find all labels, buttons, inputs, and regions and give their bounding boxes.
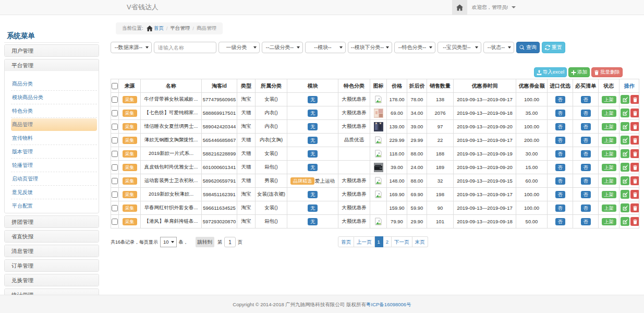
- item-type-select[interactable]: --宝贝类型--: [438, 42, 481, 53]
- pager-button[interactable]: 下一页: [392, 236, 412, 247]
- jump-to-button[interactable]: 跳转到: [196, 237, 215, 247]
- edit-button[interactable]: [621, 176, 629, 185]
- edit-button[interactable]: [621, 136, 629, 145]
- status-toggle[interactable]: 上架: [602, 177, 616, 185]
- sidebar-item[interactable]: 统计管理: [5, 289, 99, 295]
- delete-button[interactable]: [630, 122, 639, 131]
- pager-button[interactable]: 首页: [338, 236, 354, 247]
- row-checkbox[interactable]: [112, 178, 118, 184]
- module-select[interactable]: --模块--: [305, 42, 346, 53]
- must-buy-toggle[interactable]: 否: [581, 177, 591, 185]
- row-checkbox[interactable]: [112, 97, 118, 103]
- sidebar-item[interactable]: 拼团管理: [5, 216, 99, 227]
- batch-delete-button[interactable]: 批量删除: [591, 67, 623, 77]
- breadcrumb-home-link[interactable]: 首页: [154, 25, 164, 32]
- home-nav-button[interactable]: [452, 0, 467, 15]
- edit-button[interactable]: [621, 149, 629, 158]
- sidebar-subitem[interactable]: 平台配置: [11, 199, 97, 213]
- edit-button[interactable]: [621, 122, 629, 131]
- sidebar-subitem[interactable]: 版本管理: [11, 145, 97, 159]
- imported-toggle[interactable]: 否: [555, 177, 565, 185]
- sidebar-subitem[interactable]: 特色分类: [11, 104, 97, 118]
- level1-category-select[interactable]: 一级分类: [218, 42, 260, 53]
- delete-button[interactable]: [630, 109, 639, 117]
- search-button[interactable]: 查询: [516, 42, 540, 53]
- row-checkbox[interactable]: [112, 219, 118, 225]
- row-checkbox[interactable]: [112, 191, 118, 198]
- sidebar-subitem[interactable]: 宣传物料: [11, 131, 97, 145]
- sidebar-subitem[interactable]: 模块商品分类: [11, 91, 97, 104]
- delete-button[interactable]: [630, 149, 639, 158]
- import-excel-button[interactable]: 导入excel: [534, 67, 567, 77]
- sidebar-item[interactable]: 平台管理: [5, 59, 99, 71]
- row-checkbox[interactable]: [112, 164, 118, 171]
- delete-button[interactable]: [630, 217, 639, 226]
- select-all-checkbox[interactable]: [112, 83, 118, 89]
- sidebar-item[interactable]: 用户管理: [5, 45, 99, 56]
- status-toggle[interactable]: 上架: [602, 96, 616, 103]
- status-toggle[interactable]: 上架: [602, 204, 616, 212]
- imported-toggle[interactable]: 否: [555, 150, 565, 158]
- status-toggle[interactable]: 上架: [602, 123, 616, 130]
- status-toggle[interactable]: 上架: [602, 164, 616, 171]
- delete-button[interactable]: [630, 95, 639, 104]
- delete-button[interactable]: [630, 190, 639, 199]
- add-button[interactable]: 添加: [568, 67, 590, 77]
- sidebar-subitem[interactable]: 启动页管理: [11, 172, 97, 186]
- reset-button[interactable]: 重置: [542, 42, 565, 53]
- icp-link[interactable]: 粤ICP备16098006号: [366, 302, 411, 307]
- must-buy-toggle[interactable]: 否: [581, 110, 591, 117]
- delete-button[interactable]: [630, 163, 639, 172]
- row-checkbox[interactable]: [112, 137, 118, 143]
- sidebar-subitem[interactable]: 商品管理: [11, 118, 97, 131]
- edit-button[interactable]: [621, 203, 629, 212]
- sidebar-item[interactable]: 兑换管理: [5, 274, 99, 286]
- must-buy-toggle[interactable]: 否: [581, 150, 591, 158]
- must-buy-toggle[interactable]: 否: [581, 164, 591, 171]
- status-select[interactable]: --状态--: [483, 42, 514, 53]
- delete-button[interactable]: [630, 176, 639, 185]
- sidebar-item[interactable]: 省直快报: [5, 231, 99, 242]
- feature-category-select[interactable]: --特色分类--: [394, 42, 435, 53]
- edit-button[interactable]: [621, 217, 629, 226]
- row-checkbox[interactable]: [112, 205, 118, 211]
- delete-button[interactable]: [630, 203, 639, 212]
- status-toggle[interactable]: 上架: [602, 150, 616, 158]
- pager-button[interactable]: 2: [383, 236, 392, 247]
- must-buy-toggle[interactable]: 否: [581, 123, 591, 130]
- status-toggle[interactable]: 上架: [602, 191, 616, 198]
- delete-button[interactable]: [630, 136, 639, 145]
- imported-toggle[interactable]: 否: [555, 110, 565, 117]
- module-subcategory-select[interactable]: --模块下分类--: [348, 42, 392, 53]
- page-size-select[interactable]: 10: [160, 237, 177, 247]
- sidebar-item[interactable]: 消息管理: [5, 245, 99, 257]
- must-buy-toggle[interactable]: 否: [581, 218, 591, 225]
- imported-toggle[interactable]: 否: [555, 164, 565, 171]
- pager-button[interactable]: 上一页: [354, 236, 375, 247]
- pager-button[interactable]: 1: [375, 236, 383, 247]
- imported-toggle[interactable]: 否: [555, 137, 565, 144]
- row-checkbox[interactable]: [112, 110, 118, 116]
- imported-toggle[interactable]: 否: [555, 123, 565, 130]
- imported-toggle[interactable]: 否: [555, 204, 565, 212]
- must-buy-toggle[interactable]: 否: [581, 96, 591, 103]
- jump-page-input[interactable]: [224, 237, 236, 247]
- must-buy-toggle[interactable]: 否: [581, 137, 591, 144]
- sidebar-subitem[interactable]: 意见反馈: [11, 186, 97, 199]
- status-toggle[interactable]: 上架: [602, 110, 616, 117]
- sidebar-subitem[interactable]: 商品分类: [11, 77, 97, 91]
- imported-toggle[interactable]: 否: [555, 191, 565, 198]
- data-source-select[interactable]: --数据来源--: [111, 42, 152, 53]
- user-dropdown[interactable]: 欢迎您，管理员!: [472, 0, 516, 15]
- sidebar-item[interactable]: 订单管理: [5, 260, 99, 271]
- edit-button[interactable]: [621, 95, 629, 104]
- edit-button[interactable]: [621, 190, 629, 199]
- level2-category-select[interactable]: --二级分类--: [262, 42, 303, 53]
- edit-button[interactable]: [621, 163, 629, 172]
- imported-toggle[interactable]: 否: [555, 218, 565, 225]
- imported-toggle[interactable]: 否: [555, 96, 565, 103]
- row-checkbox[interactable]: [112, 124, 118, 130]
- status-toggle[interactable]: 上架: [602, 218, 616, 225]
- status-toggle[interactable]: 上架: [602, 137, 616, 144]
- must-buy-toggle[interactable]: 否: [581, 204, 591, 212]
